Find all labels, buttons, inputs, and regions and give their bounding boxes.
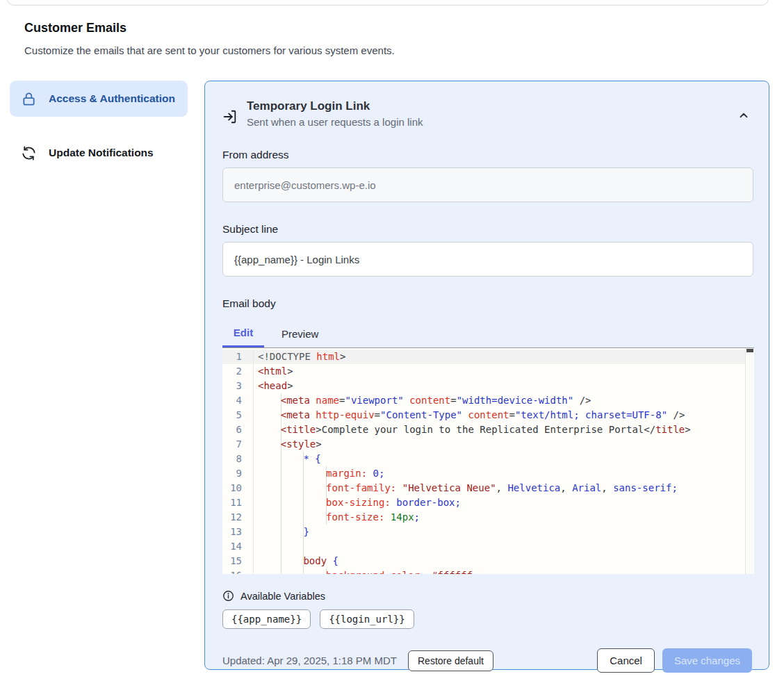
code-line: 11box-sizing: border-box; — [222, 495, 754, 510]
code-line: 6<title>Complete your login to the Repli… — [222, 422, 754, 437]
email-body-label: Email body — [222, 297, 752, 310]
email-body-code-editor[interactable]: 1<!DOCTYPE html>2<html>3<head>4<meta nam… — [222, 347, 754, 574]
restore-default-button[interactable]: Restore default — [408, 650, 493, 671]
collapse-button[interactable] — [735, 108, 752, 124]
code-line: 3<head> — [222, 379, 754, 393]
code-text: <!DOCTYPE html> — [254, 350, 345, 364]
variable-chips: {{app_name}}{{login_url}} — [222, 609, 752, 629]
code-text: <style> — [254, 437, 322, 452]
customer-emails-page: Customer Emails Customize the emails tha… — [0, 0, 784, 681]
subject-line-input[interactable] — [222, 242, 753, 277]
editor-scrollbar[interactable] — [745, 348, 754, 574]
code-text: body { — [254, 554, 338, 568]
code-line: 12font-size: 14px; — [222, 510, 754, 525]
code-text: <meta http-equiv="Content-Type" content=… — [254, 408, 685, 422]
from-address-label: From address — [222, 149, 752, 161]
line-number: 14 — [222, 539, 254, 554]
page-subtitle: Customize the emails that are sent to yo… — [24, 44, 784, 56]
variable-chip[interactable]: {{login_url}} — [320, 609, 414, 629]
panel-header: Temporary Login Link Sent when a user re… — [222, 99, 752, 128]
line-number: 5 — [222, 408, 254, 422]
code-text: * { — [254, 452, 321, 466]
code-line: 14 — [222, 539, 754, 554]
line-number: 4 — [222, 393, 254, 408]
sidebar-item-label: Update Notifications — [49, 145, 154, 161]
panel-title: Temporary Login Link — [247, 99, 423, 113]
updated-timestamp: Updated: Apr 29, 2025, 1:18 PM MDT — [222, 655, 397, 666]
code-text: } — [254, 525, 309, 539]
code-text: font-size: 14px; — [254, 510, 420, 525]
available-variables-label: Available Variables — [240, 591, 325, 602]
email-body-tabs: EditPreview — [222, 320, 754, 347]
code-text: margin: 0; — [254, 466, 384, 481]
code-line: 1<!DOCTYPE html> — [222, 350, 754, 364]
line-number: 10 — [222, 481, 254, 495]
line-number: 11 — [222, 495, 254, 510]
code-text: <title>Complete your login to the Replic… — [254, 422, 691, 437]
content-row: Access & AuthenticationUpdate Notificati… — [0, 81, 784, 670]
panel-header-text: Temporary Login Link Sent when a user re… — [247, 99, 423, 128]
page-title: Customer Emails — [24, 21, 784, 35]
chevron-up-icon — [737, 113, 750, 124]
sidebar-item-update-notifications[interactable]: Update Notifications — [10, 135, 188, 171]
login-icon — [222, 109, 238, 124]
code-text: font-family: "Helvetica Neue", Helvetica… — [254, 481, 678, 495]
save-changes-button[interactable]: Save changes — [662, 648, 752, 673]
code-line: 2<html> — [222, 364, 754, 379]
code-line: 4<meta name="viewport" content="width=de… — [222, 393, 754, 408]
code-line: 5<meta http-equiv="Content-Type" content… — [222, 408, 754, 422]
cancel-button[interactable]: Cancel — [597, 648, 655, 673]
code-line: 13} — [222, 525, 754, 539]
line-number: 9 — [222, 466, 254, 481]
lock-icon — [21, 91, 37, 107]
code-line: 10font-family: "Helvetica Neue", Helveti… — [222, 481, 754, 495]
code-line: 7<style> — [222, 437, 754, 452]
code-text: <html> — [254, 364, 293, 379]
line-number: 7 — [222, 437, 254, 452]
code-line: 9margin: 0; — [222, 466, 754, 481]
page-header: Customer Emails Customize the emails tha… — [24, 21, 784, 56]
refresh-icon — [21, 145, 37, 161]
line-number: 8 — [222, 452, 254, 466]
code-text: background-color: #ffffff; — [254, 568, 478, 574]
tab-edit[interactable]: Edit — [222, 320, 264, 347]
sidebar-item-access-authentication[interactable]: Access & Authentication — [10, 81, 188, 117]
code-line: 8* { — [222, 452, 754, 466]
previous-card-edge — [7, 0, 769, 6]
available-variables-header: Available Variables — [222, 590, 752, 602]
code-text: box-sizing: border-box; — [254, 495, 461, 510]
panel-footer: Updated: Apr 29, 2025, 1:18 PM MDT Resto… — [222, 648, 752, 673]
sidebar: Access & AuthenticationUpdate Notificati… — [10, 81, 188, 171]
tab-preview[interactable]: Preview — [264, 320, 336, 347]
line-number: 16 — [222, 568, 254, 574]
line-number: 6 — [222, 422, 254, 437]
line-number: 12 — [222, 510, 254, 525]
panel-subtitle: Sent when a user requests a login link — [247, 116, 423, 128]
code-line: 15body { — [222, 554, 754, 568]
email-settings-panel: Temporary Login Link Sent when a user re… — [204, 81, 769, 670]
code-lines: 1<!DOCTYPE html>2<html>3<head>4<meta nam… — [222, 348, 754, 574]
variable-chip[interactable]: {{app_name}} — [222, 609, 311, 629]
editor-scrollbar-thumb[interactable] — [746, 349, 753, 352]
from-address-input[interactable] — [222, 167, 753, 202]
line-number: 3 — [222, 379, 254, 393]
line-number: 2 — [222, 364, 254, 379]
sidebar-item-label: Access & Authentication — [49, 90, 175, 107]
subject-line-label: Subject line — [222, 223, 752, 236]
info-icon — [222, 590, 234, 602]
line-number: 15 — [222, 554, 254, 568]
line-number: 13 — [222, 525, 254, 539]
code-line: 16background-color: #ffffff; — [222, 568, 754, 574]
code-text: <head> — [254, 379, 293, 393]
line-number: 1 — [222, 350, 254, 364]
code-text — [254, 539, 303, 554]
code-text: <meta name="viewport" content="width=dev… — [254, 393, 591, 408]
